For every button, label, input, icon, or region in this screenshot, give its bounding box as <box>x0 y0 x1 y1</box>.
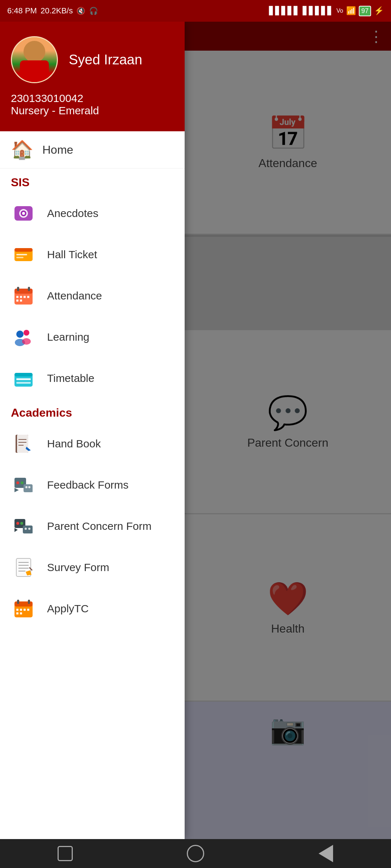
sidebar-item-attendance[interactable]: Attendance <box>0 275 185 316</box>
sidebar-item-survey-form[interactable]: Survey Form <box>0 547 185 588</box>
svg-point-36 <box>21 481 24 484</box>
signal2-icon: ▋▋▋▋▋ <box>303 6 333 16</box>
svg-rect-5 <box>14 248 33 252</box>
svg-point-35 <box>16 481 19 484</box>
svg-rect-13 <box>20 296 22 298</box>
bottom-nav-bar <box>0 839 391 868</box>
svg-point-45 <box>25 528 27 530</box>
sidebar-item-apply-tc[interactable]: ApplyTC <box>0 588 185 629</box>
svg-rect-57 <box>16 609 18 611</box>
anecdotes-label: Anecdotes <box>47 207 98 220</box>
svg-point-38 <box>28 486 30 488</box>
profile-details: 230133010042 Nursery - Emerald <box>11 90 174 117</box>
survey-form-icon <box>11 555 36 580</box>
sidebar-item-feedback-forms[interactable]: Feedback Forms <box>0 464 185 506</box>
battery-indicator: 97 <box>359 6 371 16</box>
recent-apps-icon <box>58 846 73 861</box>
sidebar-item-anecdotes[interactable]: Anecdotes <box>0 193 185 234</box>
avatar-head <box>24 41 45 63</box>
sidebar-item-timetable[interactable]: Timetable <box>0 358 185 399</box>
hall-ticket-label: Hall Ticket <box>47 248 97 261</box>
svg-point-19 <box>24 330 29 336</box>
svg-rect-27 <box>17 435 28 453</box>
attendance-nav-label: Attendance <box>47 290 102 302</box>
home-button-icon <box>187 845 204 862</box>
apply-tc-icon <box>11 596 36 621</box>
svg-rect-55 <box>17 600 19 604</box>
svg-rect-14 <box>24 296 26 298</box>
svg-rect-11 <box>28 287 30 291</box>
handbook-icon <box>11 431 36 456</box>
avatar-body <box>20 60 49 82</box>
status-left: 6:48 PM 20.2KB/s 🔇 🎧 <box>7 6 98 16</box>
anecdotes-icon <box>11 201 36 226</box>
svg-point-21 <box>22 338 31 345</box>
parent-concern-label: Parent Concern Form <box>47 520 151 532</box>
timetable-label: Timetable <box>47 372 94 384</box>
home-label: Home <box>42 143 73 157</box>
overlay-dim[interactable] <box>185 22 391 839</box>
attendance-icon <box>11 283 36 309</box>
status-bar: 6:48 PM 20.2KB/s 🔇 🎧 ▋▋▋▋▋ ▋▋▋▋▋ Vo 📶 97… <box>0 0 391 22</box>
svg-rect-17 <box>20 299 22 302</box>
svg-rect-7 <box>16 257 24 258</box>
svg-marker-40 <box>14 528 18 532</box>
charging-icon: ⚡ <box>374 6 384 16</box>
feedback-forms-label: Feedback Forms <box>47 479 129 491</box>
recent-apps-button[interactable] <box>55 844 75 864</box>
home-button[interactable] <box>186 844 206 864</box>
svg-rect-10 <box>17 287 19 291</box>
sidebar-item-hall-ticket[interactable]: Hall Ticket <box>0 234 185 275</box>
headset-icon: 🎧 <box>89 7 98 15</box>
parent-concern-icon <box>11 514 36 539</box>
sis-section-label: SIS <box>0 169 185 193</box>
svg-rect-61 <box>16 612 18 614</box>
svg-rect-60 <box>27 609 29 611</box>
profile-class: Nursery - Emerald <box>11 105 174 117</box>
svg-rect-59 <box>24 609 26 611</box>
svg-rect-6 <box>16 254 27 255</box>
back-button[interactable] <box>316 844 336 864</box>
learning-icon <box>11 324 36 350</box>
svg-point-44 <box>20 522 23 525</box>
sidebar-item-home[interactable]: 🏠 Home <box>0 131 185 169</box>
svg-rect-15 <box>27 296 29 298</box>
svg-rect-56 <box>28 600 30 604</box>
profile-header: Syed Irzaan 230133010042 Nursery - Emera… <box>0 22 185 131</box>
sidebar-item-handbook[interactable]: Hand Book <box>0 423 185 464</box>
avatar <box>11 36 58 83</box>
academics-section-label: Academics <box>0 399 185 423</box>
hall-ticket-icon <box>11 242 36 267</box>
svg-point-3 <box>22 212 25 215</box>
svg-point-46 <box>28 528 30 530</box>
feedback-forms-icon <box>11 472 36 498</box>
back-button-icon <box>319 845 333 862</box>
handbook-label: Hand Book <box>47 438 101 450</box>
svg-rect-12 <box>16 296 18 298</box>
svg-rect-23 <box>14 373 33 376</box>
mute-icon: 🔇 <box>76 7 85 15</box>
sidebar-item-learning[interactable]: Learning <box>0 316 185 358</box>
status-right: ▋▋▋▋▋ ▋▋▋▋▋ Vo 📶 97 ⚡ <box>269 6 384 16</box>
apply-tc-label: ApplyTC <box>47 603 89 615</box>
svg-point-43 <box>16 522 19 525</box>
status-speed: 20.2KB/s <box>41 6 73 16</box>
svg-rect-16 <box>16 299 18 302</box>
sidebar-item-parent-concern[interactable]: Parent Concern Form <box>0 506 185 547</box>
signal-icon: ▋▋▋▋▋ <box>269 6 300 16</box>
learning-label: Learning <box>47 331 89 343</box>
home-icon: 🏠 <box>11 139 33 160</box>
navigation-drawer: Syed Irzaan 230133010042 Nursery - Emera… <box>0 22 185 839</box>
survey-form-label: Survey Form <box>47 561 109 574</box>
svg-rect-62 <box>20 612 22 614</box>
profile-name: Syed Irzaan <box>69 52 142 68</box>
svg-point-18 <box>16 331 24 338</box>
volte-icon: Vo <box>336 8 343 14</box>
profile-top: Syed Irzaan <box>11 36 174 83</box>
avatar-figure <box>12 37 57 82</box>
svg-rect-25 <box>16 382 31 384</box>
profile-student-id: 230133010042 <box>11 92 174 105</box>
status-time: 6:48 PM <box>7 6 37 16</box>
svg-rect-24 <box>16 378 31 380</box>
wifi-icon: 📶 <box>346 6 356 16</box>
